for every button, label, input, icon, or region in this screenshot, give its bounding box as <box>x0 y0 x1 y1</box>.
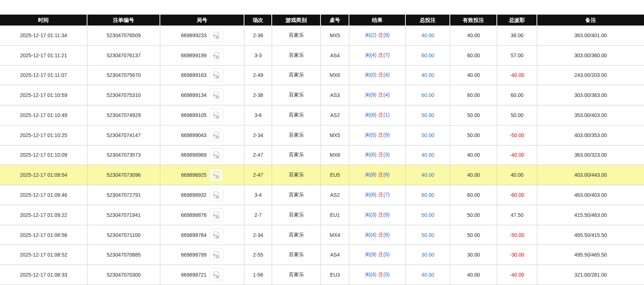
table-row[interactable]: 2025-12-17 01:08:52 523047070885 6698987… <box>0 245 644 265</box>
cell-round-number: 669899233 <box>160 26 244 45</box>
result-player-score: (4) <box>370 52 376 59</box>
cell-remark: 363.00/401.00 <box>537 26 644 45</box>
time-text: 2025-12-17 01:08:56 <box>20 232 67 238</box>
table-row[interactable]: 2025-12-17 01:10:59 523047075310 6698991… <box>0 85 644 105</box>
cell-round-number: 669899105 <box>160 105 244 125</box>
result-banker-score: (6) <box>384 172 390 178</box>
video-replay-button[interactable] <box>209 148 223 161</box>
cell-round-number: 669898789 <box>160 245 244 265</box>
cell-valid-bet: 50.00 <box>450 225 497 245</box>
video-replay-button[interactable] <box>209 188 223 202</box>
table-row[interactable]: 2025-12-17 01:10:49 523047074929 6698991… <box>0 105 644 125</box>
column-header-table_no: 桌号 <box>321 15 349 26</box>
game-type-text: 百家乐 <box>289 172 304 178</box>
total-bet-link[interactable]: 40.00 <box>421 32 434 38</box>
cell-valid-bet: 40.00 <box>450 26 497 45</box>
table-number-text: AS2 <box>330 192 339 198</box>
time-text: 2025-12-17 01:10:59 <box>20 92 67 98</box>
total-bet-link[interactable]: 40.00 <box>421 72 434 78</box>
bet-number-text: 523047074147 <box>107 132 141 138</box>
table-row[interactable]: 2025-12-17 01:11:07 523047075670 6698991… <box>0 66 644 86</box>
cell-total-payout: -40.00 <box>497 265 537 285</box>
table-row[interactable]: 2025-12-17 01:11:34 523047076509 6698992… <box>0 26 644 46</box>
table-row[interactable]: 2025-12-17 01:08:56 523047071100 6698987… <box>0 225 644 245</box>
result-banker-label: 庄 <box>378 152 384 158</box>
cell-remark: 495.50/465.50 <box>537 245 644 265</box>
total-bet-link[interactable]: 40.00 <box>421 152 434 158</box>
total-bet-link[interactable]: 40.00 <box>421 272 434 278</box>
video-replay-button[interactable] <box>209 89 223 102</box>
table-header-row: 时间注单编号局号场次游戏类别桌号结果总投注有效投注总派彩备注 <box>0 15 644 26</box>
table-row[interactable]: 2025-12-17 01:10:25 523047074147 6698990… <box>0 125 644 145</box>
total-payout-text: -30.00 <box>510 252 525 258</box>
cell-time: 2025-12-17 01:11:34 <box>0 26 87 45</box>
game-type-text: 百家乐 <box>289 112 304 118</box>
result-player-label: 闲 <box>365 32 370 39</box>
video-replay-button[interactable] <box>209 29 223 42</box>
cell-remark: 243.00/203.00 <box>537 66 644 85</box>
table-row[interactable]: 2025-12-17 01:08:33 523047070300 6698987… <box>0 265 644 285</box>
table-row[interactable]: 2025-12-17 01:11:21 523047076137 6698991… <box>0 46 644 66</box>
video-replay-icon <box>212 71 221 79</box>
cell-time: 2025-12-17 01:09:46 <box>0 185 87 205</box>
video-replay-button[interactable] <box>209 129 223 142</box>
video-replay-button[interactable] <box>209 229 223 242</box>
cell-total-payout: -40.00 <box>497 66 537 85</box>
total-bet-link[interactable]: 30.00 <box>421 252 434 258</box>
cell-table-number: AS3 <box>321 85 349 105</box>
video-replay-button[interactable] <box>209 109 223 122</box>
result-text: 闲(8)庄(1) <box>365 112 389 118</box>
video-replay-button[interactable] <box>209 69 223 82</box>
result-banker-score: (5) <box>384 272 390 278</box>
video-replay-button[interactable] <box>209 268 223 281</box>
total-bet-link[interactable]: 50.00 <box>421 232 434 238</box>
cell-total-bet: 30.00 <box>406 245 450 265</box>
video-replay-button[interactable] <box>209 248 223 261</box>
video-replay-button[interactable] <box>209 208 223 222</box>
cell-bet-number: 523047074147 <box>87 125 160 145</box>
total-payout-text: -50.00 <box>510 232 525 238</box>
cell-game-type: 百家乐 <box>272 165 321 185</box>
table-row[interactable]: 2025-12-17 01:10:09 523047073573 6698989… <box>0 145 644 165</box>
cell-table-number: MX5 <box>321 125 349 145</box>
total-bet-link[interactable]: 50.00 <box>421 112 434 118</box>
cell-result: 闲(5)庄(9) <box>349 125 406 145</box>
result-text: 闲(6)庄(3) <box>365 152 389 158</box>
video-replay-icon <box>212 250 221 259</box>
round-number-text: 669898876 <box>181 212 207 218</box>
cell-total-bet: 50.00 <box>406 205 450 225</box>
cell-time: 2025-12-17 01:09:22 <box>0 205 87 225</box>
video-replay-button[interactable] <box>209 168 223 181</box>
video-replay-button[interactable] <box>209 49 223 62</box>
total-bet-link[interactable]: 50.00 <box>421 212 434 218</box>
time-text: 2025-12-17 01:11:07 <box>20 72 67 78</box>
cell-result: 闲(2)庄(8) <box>349 26 406 45</box>
remark-text: 363.00/401.00 <box>574 32 607 38</box>
game-type-text: 百家乐 <box>289 212 304 218</box>
total-bet-link[interactable]: 50.00 <box>421 132 434 138</box>
cell-remark: 403.00/443.00 <box>537 165 644 185</box>
cell-round-number: 669899199 <box>160 46 244 65</box>
table-row[interactable]: 2025-12-17 01:09:22 523047071941 6698988… <box>0 205 644 225</box>
total-bet-link[interactable]: 60.00 <box>421 52 434 58</box>
remark-text: 303.00/363.00 <box>574 92 607 98</box>
total-bet-link[interactable]: 40.00 <box>421 172 434 178</box>
cell-result: 闲(4)庄(6) <box>349 225 406 245</box>
game-type-text: 百家乐 <box>289 272 304 278</box>
cell-total-payout: 57.00 <box>497 46 537 65</box>
table-row[interactable]: 2025-12-17 01:09:54 523047073096 6698989… <box>0 165 644 185</box>
total-bet-link[interactable]: 60.00 <box>421 92 434 98</box>
cell-result: 闲(9)庄(5) <box>349 245 406 265</box>
cell-total-bet: 40.00 <box>406 265 450 285</box>
total-bet-link[interactable]: 60.00 <box>421 192 434 198</box>
cell-time: 2025-12-17 01:08:33 <box>0 265 87 285</box>
result-banker-label: 庄 <box>378 92 384 98</box>
cell-round-number: 669898764 <box>160 225 244 245</box>
session-text: 2-47 <box>253 172 263 178</box>
result-player-score: (4) <box>370 232 376 238</box>
result-text: 闲(4)庄(5) <box>365 272 389 278</box>
remark-text: 403.00/443.00 <box>574 172 607 178</box>
result-player-score: (5) <box>370 132 376 138</box>
remark-text: 363.00/323.00 <box>574 152 607 158</box>
table-row[interactable]: 2025-12-17 01:09:46 523047072791 6698989… <box>0 185 644 205</box>
